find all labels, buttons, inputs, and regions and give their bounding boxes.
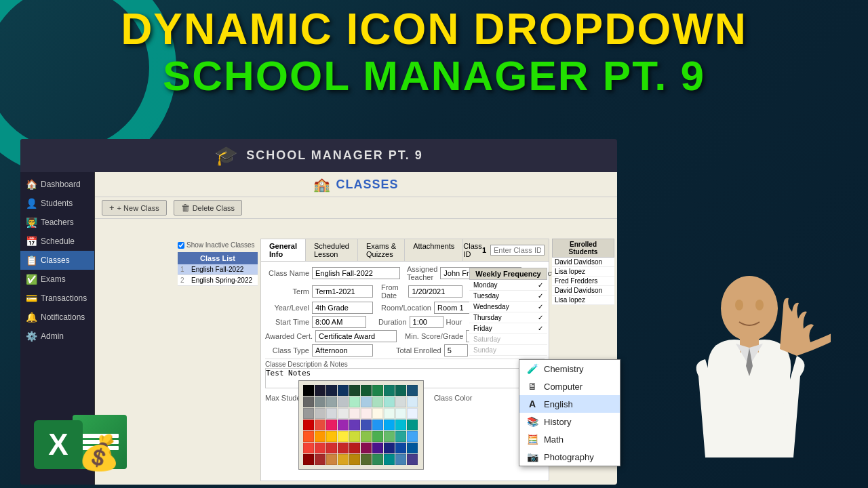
color-cell-32[interactable] <box>326 420 337 430</box>
color-cell-47[interactable] <box>384 431 395 442</box>
class-id-input[interactable] <box>490 245 545 256</box>
color-cell-10[interactable] <box>303 396 314 407</box>
sidebar-item-schedule[interactable]: 📅Schedule <box>20 232 94 251</box>
sidebar-item-admin[interactable]: ⚙️Admin <box>20 327 94 346</box>
term-input[interactable] <box>312 285 373 298</box>
subject-computer[interactable]: 🖥 Computer <box>519 378 620 395</box>
color-cell-58[interactable] <box>395 443 406 453</box>
show-inactive-checkbox[interactable] <box>178 242 184 249</box>
color-cell-34[interactable] <box>349 420 360 430</box>
color-cell-25[interactable] <box>361 408 372 419</box>
color-cell-9[interactable] <box>407 385 418 396</box>
subject-photography[interactable]: 📷 Photography <box>519 448 620 466</box>
color-cell-6[interactable] <box>372 385 383 396</box>
color-cell-41[interactable] <box>315 431 326 442</box>
sidebar-item-teachers[interactable]: 👨‍🏫Teachers <box>20 213 94 232</box>
sidebar-item-classes[interactable]: 📋Classes <box>20 251 94 270</box>
color-cell-60[interactable] <box>303 454 314 465</box>
color-cell-17[interactable] <box>384 396 395 407</box>
color-cell-1[interactable] <box>315 385 326 396</box>
color-cell-65[interactable] <box>361 454 372 465</box>
color-cell-33[interactable] <box>338 420 349 430</box>
subject-history[interactable]: 📚 History <box>519 413 620 430</box>
enrolled-student-1[interactable]: David Davidson <box>552 258 614 267</box>
color-cell-23[interactable] <box>338 408 349 419</box>
color-cell-28[interactable] <box>395 408 406 419</box>
tab-exams-quizzes[interactable]: Exams & Quizzes <box>358 239 405 261</box>
color-cell-24[interactable] <box>349 408 360 419</box>
enrolled-student-5[interactable]: Lisa lopez <box>552 296 614 305</box>
tab-general-info[interactable]: General Info <box>261 239 306 261</box>
total-enrolled-input[interactable] <box>444 344 468 357</box>
class-type-input[interactable] <box>312 344 373 357</box>
color-cell-26[interactable] <box>372 408 383 419</box>
color-cell-13[interactable] <box>338 396 349 407</box>
sidebar-item-students[interactable]: 👤Students <box>20 194 94 213</box>
color-cell-66[interactable] <box>372 454 383 465</box>
color-cell-4[interactable] <box>349 385 360 396</box>
color-cell-49[interactable] <box>407 431 418 442</box>
color-cell-43[interactable] <box>338 431 349 442</box>
color-cell-55[interactable] <box>361 443 372 453</box>
color-cell-11[interactable] <box>315 396 326 407</box>
enrolled-student-3[interactable]: Fred Fredders <box>552 277 614 286</box>
color-cell-8[interactable] <box>395 385 406 396</box>
color-cell-2[interactable] <box>326 385 337 396</box>
subject-chemistry[interactable]: 🧪 Chemistry <box>519 360 620 378</box>
color-cell-7[interactable] <box>384 385 395 396</box>
class-name-input[interactable] <box>312 267 400 279</box>
color-cell-50[interactable] <box>303 443 314 453</box>
color-cell-62[interactable] <box>326 454 337 465</box>
year-level-input[interactable] <box>312 302 373 314</box>
color-cell-5[interactable] <box>361 385 372 396</box>
sidebar-item-notifications[interactable]: 🔔Notifications <box>20 308 94 327</box>
enrolled-student-2[interactable]: Lisa lopez <box>552 267 614 277</box>
duration-input[interactable] <box>410 316 443 328</box>
color-cell-61[interactable] <box>315 454 326 465</box>
color-cell-59[interactable] <box>407 443 418 453</box>
color-cell-42[interactable] <box>326 431 337 442</box>
color-cell-64[interactable] <box>349 454 360 465</box>
color-cell-46[interactable] <box>372 431 383 442</box>
color-cell-40[interactable] <box>303 431 314 442</box>
color-cell-22[interactable] <box>326 408 337 419</box>
color-cell-12[interactable] <box>326 396 337 407</box>
awarded-cert-input[interactable] <box>315 330 397 342</box>
color-cell-35[interactable] <box>361 420 372 430</box>
color-cell-14[interactable] <box>349 396 360 407</box>
sidebar-item-transactions[interactable]: 💳Transactions <box>20 289 94 308</box>
color-cell-36[interactable] <box>372 420 383 430</box>
color-cell-27[interactable] <box>384 408 395 419</box>
delete-class-button[interactable]: 🗑 Delete Class <box>174 200 242 216</box>
color-cell-57[interactable] <box>384 443 395 453</box>
from-date-input[interactable] <box>408 285 462 298</box>
color-cell-21[interactable] <box>315 408 326 419</box>
color-cell-54[interactable] <box>349 443 360 453</box>
color-cell-45[interactable] <box>361 431 372 442</box>
color-cell-37[interactable] <box>384 420 395 430</box>
color-cell-51[interactable] <box>315 443 326 453</box>
color-cell-0[interactable] <box>303 385 314 396</box>
tab-scheduled-lesson[interactable]: Scheduled Lesson <box>306 239 358 261</box>
color-cell-69[interactable] <box>407 454 418 465</box>
subject-english[interactable]: A English <box>519 395 620 413</box>
new-class-button[interactable]: + + New Class <box>102 200 167 216</box>
color-cell-67[interactable] <box>384 454 395 465</box>
color-cell-48[interactable] <box>395 431 406 442</box>
class-list-item-1[interactable]: 1 English Fall-2022 <box>178 264 258 275</box>
color-cell-68[interactable] <box>395 454 406 465</box>
color-cell-3[interactable] <box>338 385 349 396</box>
color-cell-31[interactable] <box>315 420 326 430</box>
enrolled-student-4[interactable]: David Davidson <box>552 286 614 296</box>
color-cell-18[interactable] <box>395 396 406 407</box>
color-cell-29[interactable] <box>407 408 418 419</box>
start-time-input[interactable] <box>312 316 366 328</box>
color-cell-16[interactable] <box>372 396 383 407</box>
subject-math[interactable]: 🧮 Math <box>519 430 620 448</box>
color-cell-56[interactable] <box>372 443 383 453</box>
color-cell-30[interactable] <box>303 420 314 430</box>
color-cell-44[interactable] <box>349 431 360 442</box>
color-cell-53[interactable] <box>338 443 349 453</box>
tab-attachments[interactable]: Attachments <box>405 239 463 261</box>
color-cell-19[interactable] <box>407 396 418 407</box>
